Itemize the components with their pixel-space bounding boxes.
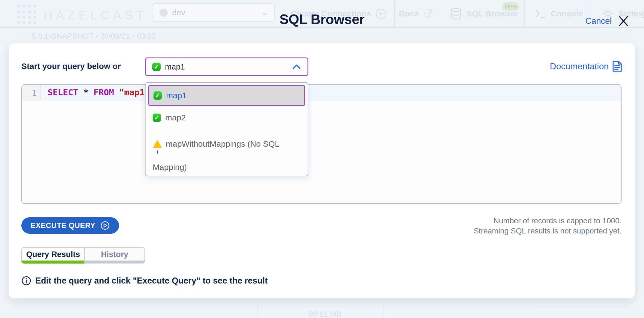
note-line: Streaming SQL results is not supported y…	[474, 226, 622, 236]
documentation-label: Documentation	[550, 61, 609, 71]
cancel-area: Cancel	[585, 15, 630, 27]
editor-gutter: 1	[22, 85, 40, 101]
menu-option-label-line2: Mapping)	[153, 163, 187, 172]
info-icon	[21, 276, 31, 286]
tab-label: Query Results	[26, 250, 80, 261]
background-chart-line	[536, 307, 629, 307]
page-title: SQL Browser	[0, 11, 644, 27]
tab-history[interactable]: History	[84, 247, 145, 264]
tab-label: History	[101, 250, 128, 261]
sql-keyword: SELECT	[48, 87, 78, 97]
check-badge-icon: ✓	[152, 63, 161, 71]
menu-option-mapwithoutmappings[interactable]: ! mapWithoutMappings (No SQL Mapping)	[148, 129, 305, 178]
cancel-button[interactable]: Cancel	[585, 16, 612, 26]
menu-option-label: map2	[165, 113, 186, 122]
close-icon[interactable]	[617, 15, 630, 27]
empty-state-message: Edit the query and click "Execute Query"…	[21, 276, 268, 286]
check-badge-icon: ✓	[153, 91, 162, 100]
background-chart-line	[383, 300, 384, 318]
warning-icon: !	[153, 140, 162, 148]
play-circle-icon	[100, 221, 110, 230]
query-notes: Number of records is capped to 1000. Str…	[474, 216, 622, 236]
active-tab-indicator	[21, 261, 85, 264]
line-number: 1	[32, 88, 37, 98]
sql-browser-screen: HAZELCAST dev ⌄ Cluster Connections Docs…	[0, 0, 644, 318]
background-chart-line	[257, 300, 258, 318]
sql-browser-panel: Start your query below or ✓ map1 Documen…	[9, 43, 635, 298]
menu-option-map2[interactable]: ✓ map2	[148, 106, 305, 129]
map-select[interactable]: ✓ map1	[145, 57, 308, 76]
tab-query-results[interactable]: Query Results	[21, 247, 84, 264]
sql-operator: *	[78, 87, 94, 97]
inactive-tab-indicator	[84, 261, 145, 264]
sql-code-line[interactable]: SELECT * FROM "map1"	[48, 87, 150, 97]
sql-editor[interactable]: 1 SELECT * FROM "map1"	[21, 84, 622, 204]
execute-query-label: EXECUTE QUERY	[31, 221, 95, 230]
menu-option-label-line1: mapWithoutMappings (No SQL	[166, 133, 279, 155]
note-line: Number of records is capped to 1000.	[474, 216, 622, 226]
prompt-label: Start your query below or	[21, 62, 121, 71]
map-select-menu: ✓ map1 ✓ map2 ! mapWithoutMappings (No S…	[145, 82, 308, 176]
background-metric-text: 90.61 MB	[309, 310, 341, 318]
menu-option-label: map1	[166, 91, 187, 100]
execute-query-button[interactable]: EXECUTE QUERY	[21, 217, 119, 234]
new-badge: New	[502, 2, 520, 11]
check-badge-icon: ✓	[153, 114, 161, 122]
menu-option-map1[interactable]: ✓ map1	[148, 85, 305, 106]
documentation-link[interactable]: Documentation	[550, 60, 622, 72]
sql-keyword: FROM	[94, 87, 114, 97]
results-tabs: Query Results History	[21, 247, 145, 264]
map-select-value: map1	[165, 62, 185, 71]
header-divider	[0, 27, 644, 28]
chevron-up-icon	[292, 64, 301, 70]
version-text: 5.0.1-SNAPSHOT - 20/09/21 - 03:03	[32, 32, 156, 41]
sql-space	[114, 87, 119, 97]
empty-state-text: Edit the query and click "Execute Query"…	[35, 276, 268, 286]
document-icon	[612, 60, 622, 72]
